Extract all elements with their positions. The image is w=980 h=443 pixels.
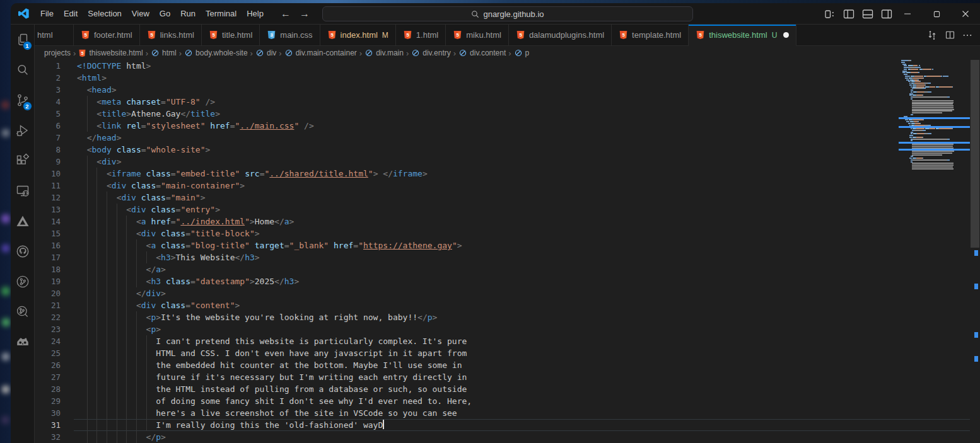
svg-text:5: 5 [212,32,215,38]
svg-text:5: 5 [150,32,153,38]
breadcrumb-item[interactable]: projects [44,49,71,57]
code-text: <body class="whole-site"> [77,144,210,156]
search-icon[interactable] [11,55,35,85]
explorer-icon[interactable]: 1 [11,25,35,55]
menu-selection[interactable]: Selection [83,7,126,20]
menu-file[interactable]: File [35,7,59,20]
split-editor-icon[interactable] [943,29,956,42]
menu-help[interactable]: Help [242,7,269,20]
breadcrumb-item[interactable]: body.whole-site [184,49,248,57]
github-icon[interactable] [11,236,35,267]
code-line[interactable]: 18 </a> [35,263,970,275]
code-line[interactable]: 29 of doing some fancy shit I don't see … [35,395,970,407]
breadcrumb-item[interactable]: div.main-container [284,49,357,57]
code-line[interactable]: 28 the HTML instead of pulling from a da… [35,383,970,395]
code-line[interactable]: 27 future if it's necessary but I'm writ… [35,371,970,383]
menu-terminal[interactable]: Terminal [201,7,242,20]
tab-links.html[interactable]: 5links.html [140,25,202,45]
code-text: of doing some fancy shit I don't see why… [77,395,472,407]
code-line[interactable]: 1<!DOCTYPE html> [35,60,970,72]
tab-dalamudplugins.html[interactable]: 5dalamudplugins.html [509,25,612,45]
godot-tools-icon[interactable] [11,327,35,357]
extensions-icon[interactable] [11,146,35,176]
dirty-indicator[interactable] [783,32,789,38]
menu-go[interactable]: Go [155,7,175,20]
code-line[interactable]: 9 <div> [35,156,970,168]
tab-title.html[interactable]: 5title.html [202,25,260,45]
more-actions-icon[interactable] [961,29,974,42]
breadcrumb-item[interactable]: html [151,49,177,57]
customize-layout-icon[interactable] [824,8,836,20]
menu-run[interactable]: Run [175,7,201,20]
line-number: 20 [35,287,61,299]
code-text: <html> [77,72,107,84]
gitlens-graph-icon[interactable] [11,297,35,327]
menu-edit[interactable]: Edit [59,7,83,20]
close-button[interactable] [951,3,980,25]
code-line[interactable]: 15 <div class="title-block"> [35,227,970,239]
menu-view[interactable]: View [127,7,155,20]
minimap[interactable] [899,60,970,443]
source-control-icon[interactable]: 2 [11,85,35,115]
breadcrumb-item[interactable]: div.main [365,49,404,57]
code-line[interactable]: 10 <iframe class="embed-title" src="../s… [35,168,970,180]
maximize-button[interactable] [922,3,951,25]
run-and-debug-icon[interactable] [11,115,35,146]
svg-text:5: 5 [519,32,522,38]
code-line[interactable]: 22 <p>It's the website you're looking at… [35,311,970,323]
code-line[interactable]: 16 <a class="blog-title" target="_blank"… [35,239,970,251]
code-line[interactable]: 2<html> [35,72,970,84]
tab-template.html[interactable]: 5template.html [612,25,689,45]
breadcrumb-item[interactable]: div.content [458,49,506,57]
code-line[interactable]: 8 <body class="whole-site"> [35,144,970,156]
tab-main.css[interactable]: 3main.css [260,25,320,45]
toggle-panel-icon[interactable] [861,8,874,20]
code-line[interactable]: 13 <div class="entry"> [35,204,970,216]
code-line[interactable]: 12 <div class="main"> [35,192,970,204]
code-line[interactable]: 19 <h3 class="datestamp">2025</h3> [35,275,970,287]
breadcrumb-item[interactable]: div.entry [411,49,450,57]
code-line[interactable]: 31 I'm really doing this the 'old-fashio… [35,419,970,431]
code-line[interactable]: 3 <head> [35,84,970,96]
toggle-secondary-sidebar-icon[interactable] [880,8,893,20]
code-line[interactable]: 21 <div class="content"> [35,299,970,311]
tab-thiswebsite.html[interactable]: 5thiswebsite.htmlU [689,25,796,46]
code-text: future if it's necessary but I'm writing… [77,371,467,383]
breadcrumb-item[interactable]: p [514,49,530,57]
back-arrow-icon[interactable]: ← [281,8,291,20]
toggle-sidebar-icon[interactable] [843,8,855,20]
tab-miku.html[interactable]: 5miku.html [446,25,509,45]
tab-footer.html[interactable]: 5footer.html [74,25,140,45]
code-line[interactable]: 4 <meta charset="UTF-8" /> [35,96,970,108]
code-line[interactable]: 24 I can't pretend this website is parti… [35,335,970,347]
code-line[interactable]: 26 the embedded hit counter at the botto… [35,359,970,371]
code-line[interactable]: 30 here's a live screenshot of the site … [35,407,970,419]
tab-index.html[interactable]: 5index.htmlM [320,25,396,45]
code-line[interactable]: 5 <title>Athene.Gay</title> [35,108,970,120]
forward-arrow-icon[interactable]: → [300,8,310,20]
code-editor[interactable]: 1<!DOCTYPE html>2<html>3 <head>4 <meta c… [35,60,980,443]
code-line[interactable]: 20 </div> [35,287,970,299]
code-line[interactable]: 32 </p> [35,431,970,443]
remote-explorer-icon[interactable] [11,176,35,206]
minimize-button[interactable] [893,3,922,25]
code-line[interactable]: 14 <a href="../index.html">Home</a> [35,216,970,227]
code-line[interactable]: 25 HTML and CSS. I don't even have any j… [35,347,970,359]
breadcrumb-item[interactable]: 5thiswebsite.html [78,49,143,57]
code-line[interactable]: 17 <h3>This Website</h3> [35,251,970,263]
code-line[interactable]: 7 </head> [35,132,970,144]
tab-html[interactable]: html [35,25,74,45]
breadcrumb-item[interactable]: div [255,49,276,57]
tab-1.html[interactable]: 51.html [396,25,446,45]
line-number: 19 [35,275,61,287]
triangle-extension-icon[interactable] [11,206,35,236]
open-changes-icon[interactable] [926,29,938,42]
code-line[interactable]: 6 <link rel="stylesheet" href="../main.c… [35,120,970,132]
code-line[interactable]: 11 <div class="main-container"> [35,180,970,192]
gitlens-icon[interactable] [11,267,35,297]
code-line[interactable]: 23 <p> [35,323,970,335]
command-center-search[interactable]: gnargle.github.io [322,6,693,21]
scrollbar-thumb[interactable] [971,60,979,248]
code-text: </a> [77,263,166,275]
vertical-scrollbar[interactable] [970,60,980,443]
